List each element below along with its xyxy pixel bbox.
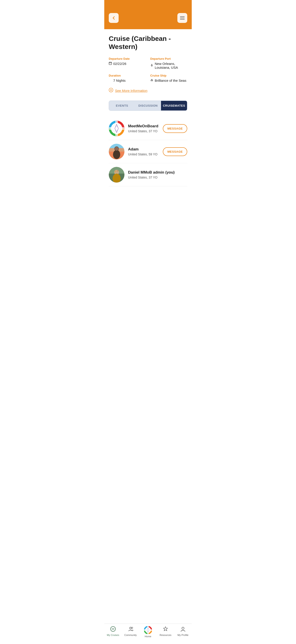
see-more-link[interactable]: See More Information [109, 88, 187, 94]
cruisemate-item: Adam United States, 59 YO MESSAGE [109, 140, 187, 163]
nav-item-home[interactable]: Home [141, 626, 155, 638]
ship-icon [150, 78, 153, 82]
nav-item-my-cruises[interactable]: My Cruises [106, 626, 120, 638]
nav-label-resources: Resources [160, 634, 171, 636]
see-more-text: See More Information [115, 89, 147, 92]
svg-point-28 [113, 150, 120, 159]
departure-date-block: Departure Date 02/22/26 [109, 57, 146, 70]
svg-point-36 [117, 170, 118, 172]
my-profile-icon [180, 626, 186, 633]
cruisemate-name: MeetMeOnBoard [128, 124, 159, 128]
nav-item-community[interactable]: Community [124, 626, 137, 638]
resources-icon [162, 626, 168, 633]
svg-rect-20 [109, 127, 124, 130]
cruisemate-info: Adam United States, 59 YO [128, 147, 159, 156]
plus-circle-icon [109, 88, 113, 94]
cruise-ship-value: Brilliance of the Seas [150, 78, 187, 82]
cruisemates-list: MeetMeOnBoard United States, 37 YO MESSA… [109, 117, 187, 186]
message-button[interactable]: MESSAGE [163, 147, 187, 156]
moon-icon [109, 78, 112, 82]
cruisemate-details: United States, 59 YO [128, 152, 159, 156]
nav-label-home: Home [145, 635, 151, 638]
message-button[interactable]: MESSAGE [163, 124, 187, 133]
duration-block: Duration 7 Nights [109, 74, 146, 82]
svg-point-45 [182, 627, 184, 630]
svg-point-38 [130, 627, 132, 629]
nav-label-my-profile: My Profile [178, 634, 189, 636]
departure-port-value: New Orleans, Louisiana, USA [150, 62, 187, 70]
departure-date-label: Departure Date [109, 57, 146, 60]
avatar [109, 120, 125, 136]
nav-label-community: Community [124, 634, 137, 636]
cruise-info-grid: Departure Date 02/22/26 Departure Port [109, 57, 187, 82]
page-title: Cruise (Caribbean - Western) [109, 34, 187, 51]
svg-point-39 [132, 627, 133, 628]
svg-rect-10 [151, 80, 153, 81]
menu-button[interactable] [177, 13, 187, 23]
svg-point-29 [115, 147, 119, 151]
cruise-ship-label: Cruise Ship [150, 74, 187, 77]
svg-marker-44 [163, 627, 167, 631]
community-icon [128, 626, 134, 633]
nav-item-my-profile[interactable]: My Profile [176, 626, 190, 638]
svg-point-35 [115, 170, 116, 172]
cruise-ship-block: Cruise Ship Brilliance of the Seas [150, 74, 187, 82]
nav-label-my-cruises: My Cruises [107, 634, 119, 636]
svg-rect-3 [109, 62, 112, 65]
svg-rect-42 [144, 630, 152, 631]
cruisemate-item: MeetMeOnBoard United States, 37 YO MESSA… [109, 117, 187, 140]
departure-date-value: 02/22/26 [109, 62, 146, 66]
svg-rect-11 [151, 79, 152, 80]
cruisemate-info: MeetMeOnBoard United States, 37 YO [128, 124, 159, 133]
avatar [109, 144, 125, 160]
departure-port-label: Departure Port [150, 57, 187, 60]
duration-label: Duration [109, 74, 146, 77]
tab-cruisemates[interactable]: CRUISEMATES [161, 101, 187, 110]
tabs-container: EVENTS DISCUSSION CRUISEMATES [109, 100, 187, 111]
nav-item-resources[interactable]: Resources [159, 626, 172, 638]
departure-port-block: Departure Port New Orleans, Louisiana, U… [150, 57, 187, 70]
avatar [109, 167, 125, 182]
cruisemate-name: Daniel MMoB admin (you) [128, 170, 187, 175]
tab-discussion[interactable]: DISCUSSION [135, 101, 161, 110]
cruisemate-info: Daniel MMoB admin (you) United States, 3… [128, 170, 187, 179]
tab-events[interactable]: EVENTS [109, 101, 135, 110]
cruisemate-name: Adam [128, 147, 159, 152]
cruisemate-item: Daniel MMoB admin (you) United States, 3… [109, 163, 187, 186]
my-cruises-icon [110, 626, 116, 633]
back-button[interactable] [109, 13, 119, 23]
svg-point-37 [111, 626, 116, 632]
app-header [104, 0, 192, 29]
calendar-icon [109, 62, 112, 66]
cruisemate-details: United States, 37 YO [128, 176, 187, 179]
anchor-icon [150, 64, 153, 68]
main-content: Cruise (Caribbean - Western) Departure D… [104, 29, 192, 213]
cruisemate-details: United States, 37 YO [128, 129, 159, 133]
bottom-navigation: My Cruises Community Home [104, 624, 192, 644]
duration-value: 7 Nights [109, 78, 146, 82]
